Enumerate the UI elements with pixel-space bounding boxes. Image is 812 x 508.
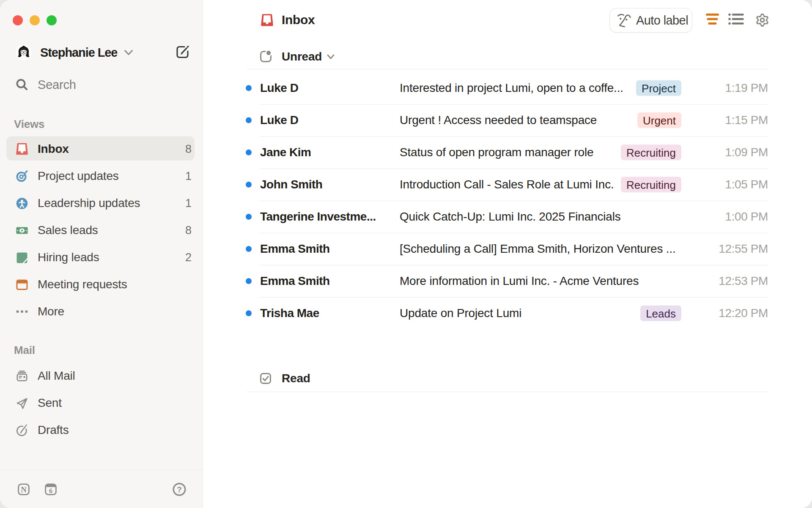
svg-text:?: ? bbox=[177, 485, 182, 494]
svg-text:N: N bbox=[21, 485, 27, 494]
svg-text:6: 6 bbox=[49, 487, 52, 494]
